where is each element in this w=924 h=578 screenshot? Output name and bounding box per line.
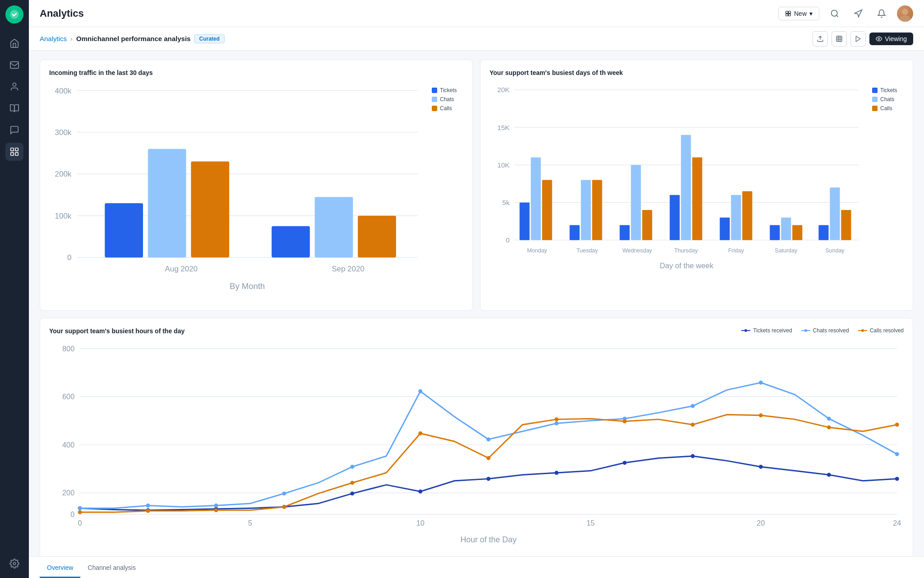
chart2-svg: 20K 15K 10K 5k 0 bbox=[490, 84, 865, 278]
legend2-chats: Chats bbox=[872, 96, 904, 103]
legend-calls: Calls bbox=[432, 105, 463, 112]
legend2-calls: Calls bbox=[872, 105, 904, 112]
legend3-tickets-label: Tickets received bbox=[753, 327, 792, 334]
svg-rect-4 bbox=[15, 148, 18, 151]
svg-point-141 bbox=[827, 425, 831, 429]
sidebar-item-chat[interactable] bbox=[5, 121, 23, 139]
svg-text:Hour of the Day: Hour of the Day bbox=[460, 535, 516, 544]
tickets-line-icon bbox=[741, 328, 750, 333]
sidebar-item-contacts[interactable] bbox=[5, 78, 23, 96]
sidebar-item-inbox[interactable] bbox=[5, 56, 23, 74]
header: Analytics New ▾ bbox=[29, 0, 924, 27]
breadcrumb-separator: › bbox=[70, 35, 73, 42]
tab-channel-analysis[interactable]: Channel analysis bbox=[80, 559, 143, 578]
svg-point-130 bbox=[78, 510, 82, 514]
svg-point-116 bbox=[895, 477, 899, 481]
viewing-button[interactable]: Viewing bbox=[869, 33, 913, 45]
charts-top-row: Incoming traffic in the last 30 days 400… bbox=[40, 60, 913, 311]
svg-point-13 bbox=[902, 9, 908, 15]
tickets2-color bbox=[872, 88, 878, 93]
svg-rect-56 bbox=[569, 225, 579, 240]
new-label: New bbox=[794, 10, 807, 17]
svg-text:5: 5 bbox=[248, 519, 252, 527]
svg-point-22 bbox=[878, 38, 880, 40]
svg-text:0: 0 bbox=[67, 253, 71, 262]
sidebar-item-analytics[interactable] bbox=[5, 143, 23, 161]
svg-text:Tuesday: Tuesday bbox=[577, 247, 598, 254]
tab-overview[interactable]: Overview bbox=[40, 559, 80, 578]
breadcrumb: Analytics › Omnichannel performance anal… bbox=[40, 34, 225, 43]
svg-text:Sep 2020: Sep 2020 bbox=[332, 265, 365, 273]
svg-rect-73 bbox=[781, 218, 791, 240]
svg-point-14 bbox=[900, 15, 910, 22]
tabs-bar: Overview Channel analysis bbox=[29, 556, 924, 578]
export-button[interactable] bbox=[813, 31, 828, 47]
svg-rect-33 bbox=[105, 203, 143, 257]
svg-point-133 bbox=[282, 505, 286, 509]
svg-text:Wednesday: Wednesday bbox=[622, 247, 652, 254]
export-icon bbox=[817, 35, 824, 42]
avatar-image bbox=[897, 5, 913, 22]
legend-tickets: Tickets bbox=[432, 87, 463, 93]
svg-point-111 bbox=[554, 471, 559, 475]
svg-rect-36 bbox=[272, 226, 310, 257]
notifications-button[interactable] bbox=[873, 5, 890, 22]
svg-point-0 bbox=[10, 10, 19, 19]
svg-point-131 bbox=[146, 509, 150, 513]
svg-rect-74 bbox=[792, 225, 802, 240]
app-logo[interactable] bbox=[5, 5, 23, 23]
announcements-button[interactable] bbox=[850, 5, 866, 22]
svg-point-12 bbox=[832, 10, 837, 16]
svg-point-115 bbox=[827, 473, 831, 477]
megaphone-icon bbox=[854, 9, 863, 18]
play-icon bbox=[855, 35, 862, 42]
chart1-svg: 400k 300k 200k 100k 0 bbox=[49, 84, 425, 299]
svg-rect-35 bbox=[191, 162, 229, 258]
table-view-button[interactable] bbox=[832, 31, 847, 47]
legend-chats-label: Chats bbox=[440, 96, 454, 103]
legend2-tickets: Tickets bbox=[872, 87, 904, 93]
breadcrumb-actions: Viewing bbox=[813, 31, 913, 47]
sidebar-item-knowledge[interactable] bbox=[5, 99, 23, 117]
svg-rect-53 bbox=[531, 158, 541, 240]
svg-rect-11 bbox=[789, 14, 791, 16]
svg-text:0: 0 bbox=[78, 519, 82, 527]
svg-text:10: 10 bbox=[416, 519, 425, 527]
breadcrumb-analytics-link[interactable]: Analytics bbox=[40, 35, 67, 42]
svg-point-128 bbox=[827, 416, 831, 420]
svg-point-113 bbox=[691, 454, 695, 458]
avatar[interactable] bbox=[897, 5, 913, 22]
svg-rect-69 bbox=[731, 195, 741, 240]
svg-rect-62 bbox=[642, 210, 652, 240]
new-button[interactable]: New ▾ bbox=[778, 7, 819, 20]
chart-busiest-days: Your support team's busiest days of th w… bbox=[480, 60, 913, 311]
svg-rect-10 bbox=[786, 14, 788, 16]
chart-incoming-traffic: Incoming traffic in the last 30 days 400… bbox=[40, 60, 473, 311]
svg-text:0: 0 bbox=[70, 510, 74, 518]
svg-rect-8 bbox=[786, 11, 788, 13]
chart1-title: Incoming traffic in the last 30 days bbox=[49, 69, 463, 76]
svg-point-119 bbox=[214, 503, 218, 508]
svg-rect-61 bbox=[631, 165, 641, 240]
svg-point-139 bbox=[691, 423, 695, 427]
play-button[interactable] bbox=[850, 31, 866, 47]
svg-point-109 bbox=[418, 489, 422, 494]
svg-rect-70 bbox=[742, 191, 752, 240]
svg-text:Day of the week: Day of the week bbox=[660, 261, 714, 270]
svg-point-84 bbox=[804, 329, 807, 332]
svg-point-135 bbox=[418, 431, 422, 435]
search-button[interactable] bbox=[827, 5, 843, 22]
svg-text:600: 600 bbox=[62, 392, 74, 401]
svg-point-124 bbox=[554, 421, 559, 425]
chart3-svg: 800 600 400 200 0 0 5 10 15 20 24 Hour bbox=[49, 342, 904, 556]
svg-point-123 bbox=[486, 437, 490, 441]
content-area: Incoming traffic in the last 30 days 400… bbox=[29, 51, 924, 556]
svg-rect-60 bbox=[619, 225, 629, 240]
sidebar-item-settings[interactable] bbox=[5, 555, 23, 573]
svg-text:Saturday: Saturday bbox=[775, 247, 798, 254]
svg-rect-16 bbox=[836, 36, 842, 42]
svg-rect-37 bbox=[315, 197, 353, 257]
legend3-calls: Calls resolved bbox=[858, 327, 904, 334]
sidebar-item-home[interactable] bbox=[5, 34, 23, 52]
sidebar bbox=[0, 0, 29, 578]
